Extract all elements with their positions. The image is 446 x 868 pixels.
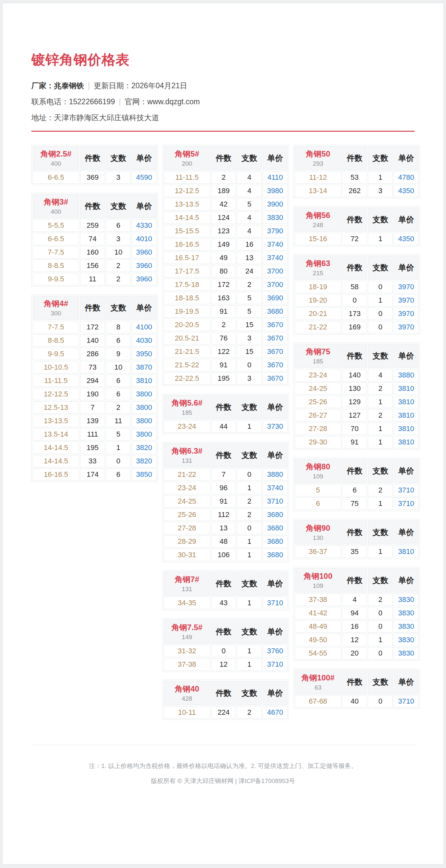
- table-row: 41-429403830: [295, 607, 419, 619]
- price-table-card: 角钢90130件数支数单价36-373513810: [293, 519, 420, 559]
- table-row: 5-5.525964330: [33, 219, 157, 232]
- table-row: 31-32013760: [164, 645, 288, 657]
- table-header-row: 角钢4#300件数支数单价: [33, 296, 157, 320]
- table-title: 角钢7.5#: [164, 623, 210, 632]
- row-unit-price: 3810: [394, 546, 419, 558]
- row-pieces: 7: [211, 468, 236, 481]
- column-header: 单价: [394, 255, 419, 280]
- table-row: 12-12.518943980: [164, 185, 288, 197]
- row-bars: 0: [368, 695, 393, 708]
- table-title: 角钢90: [295, 524, 341, 533]
- table-row: 19-19.59153680: [164, 305, 288, 318]
- row-pieces: 2: [211, 319, 236, 331]
- row-pieces: 122: [211, 345, 236, 358]
- row-bars: 1: [368, 546, 393, 558]
- row-bars: 1: [237, 645, 262, 657]
- table-title-cell: 角钢5.6#185: [164, 395, 210, 419]
- row-pieces: 189: [211, 185, 236, 197]
- meta-address-line: 地址：天津市静海区大邱庄镇科技大道: [31, 113, 415, 122]
- table-header-row: 角钢63215件数支数单价: [295, 255, 419, 280]
- row-pieces: 76: [211, 332, 236, 344]
- row-pieces: 174: [80, 468, 105, 481]
- column-header: 支数: [237, 395, 262, 419]
- table-stock-total: 109: [295, 582, 341, 590]
- table-row: 37-381213710: [164, 658, 288, 671]
- table-title-cell: 角钢90130: [295, 520, 341, 545]
- row-unit-price: 3690: [263, 292, 288, 304]
- table-header-row: 角钢100#63件数支数单价: [295, 670, 419, 694]
- table-column-2: 角钢5#200件数支数单价11-11.524411012-12.51894398…: [162, 145, 289, 720]
- row-bars: 1: [237, 420, 262, 433]
- table-title-cell: 角钢75185: [295, 344, 341, 368]
- column-header: 件数: [80, 146, 105, 170]
- table-row: 25-2612913810: [295, 396, 419, 408]
- row-unit-price: 3960: [132, 246, 157, 258]
- row-pieces: 173: [342, 308, 367, 320]
- table-stock-total: 131: [164, 586, 210, 593]
- column-header: 件数: [342, 344, 367, 368]
- row-size-range: 13-13.5: [33, 415, 79, 427]
- table-title: 角钢100: [295, 571, 341, 581]
- row-unit-price: 3960: [132, 259, 157, 272]
- row-unit-price: 3730: [263, 420, 288, 433]
- row-size-range: 23-24: [164, 482, 210, 494]
- table-title-cell: 角钢5#200: [164, 146, 210, 170]
- column-header: 支数: [237, 443, 262, 467]
- column-header: 支数: [106, 194, 131, 218]
- column-header: 单价: [394, 344, 419, 368]
- row-size-range: 6: [295, 497, 341, 510]
- row-pieces: 2: [211, 171, 236, 184]
- row-pieces: 48: [211, 535, 236, 548]
- row-unit-price: 3970: [394, 308, 419, 320]
- row-size-range: 12-12.5: [164, 185, 210, 197]
- page-title: 镀锌角钢价格表: [31, 3, 415, 68]
- column-header: 单价: [394, 670, 419, 694]
- row-unit-price: 3800: [132, 401, 157, 414]
- row-pieces: 130: [342, 382, 367, 395]
- table-title-cell: 角钢4#300: [33, 296, 79, 320]
- row-unit-price: 3810: [394, 436, 419, 448]
- row-size-range: 9-9.5: [33, 273, 79, 285]
- row-size-range: 23-24: [164, 420, 210, 433]
- row-pieces: 294: [80, 374, 105, 387]
- row-bars: 2: [106, 273, 131, 285]
- row-pieces: 72: [342, 233, 367, 245]
- row-pieces: 91: [211, 305, 236, 318]
- price-table-card: 角钢100109件数支数单价37-3842383041-42940383048-…: [293, 567, 420, 661]
- table-row: 27-287013810: [295, 423, 419, 435]
- row-size-range: 8-8.5: [33, 334, 79, 347]
- row-pieces: 262: [342, 185, 367, 197]
- price-table: 角钢100109件数支数单价37-3842383041-42940383048-…: [294, 567, 419, 660]
- table-row: 17-17.580243700: [164, 265, 288, 277]
- row-pieces: 0: [342, 294, 367, 307]
- table-stock-total: 63: [295, 684, 341, 691]
- column-header: 支数: [368, 208, 393, 232]
- row-size-range: 11-12: [295, 171, 341, 184]
- table-row: 20-2117303970: [295, 308, 419, 320]
- table-title-cell: 角钢6.3#131: [164, 443, 210, 467]
- row-unit-price: 3870: [132, 361, 157, 374]
- row-unit-price: 3680: [263, 549, 288, 561]
- table-title: 角钢40: [164, 684, 210, 693]
- row-bars: 1: [368, 171, 393, 184]
- row-bars: 2: [106, 401, 131, 414]
- table-row: 5623710: [295, 484, 419, 496]
- row-pieces: 94: [342, 607, 367, 619]
- row-size-range: 29-30: [295, 436, 341, 448]
- table-row: 14-14.512443830: [164, 212, 288, 224]
- table-row: 8-8.514064030: [33, 334, 157, 347]
- price-table: 角钢7#131件数支数单价34-354313710: [163, 570, 288, 610]
- column-header: 件数: [211, 571, 236, 596]
- row-bars: 6: [106, 388, 131, 400]
- table-row: 12-12.519063800: [33, 388, 157, 400]
- table-title: 角钢5#: [164, 149, 210, 158]
- table-row: 36-373513810: [295, 546, 419, 558]
- row-bars: 15: [237, 319, 262, 331]
- row-bars: 10: [106, 361, 131, 374]
- table-row: 22-22.519533670: [164, 372, 288, 385]
- row-bars: 5: [237, 292, 262, 304]
- row-unit-price: 4100: [132, 321, 157, 333]
- column-header: 单价: [263, 620, 288, 644]
- row-size-range: 24-25: [295, 382, 341, 395]
- row-size-range: 16-16.5: [164, 238, 210, 251]
